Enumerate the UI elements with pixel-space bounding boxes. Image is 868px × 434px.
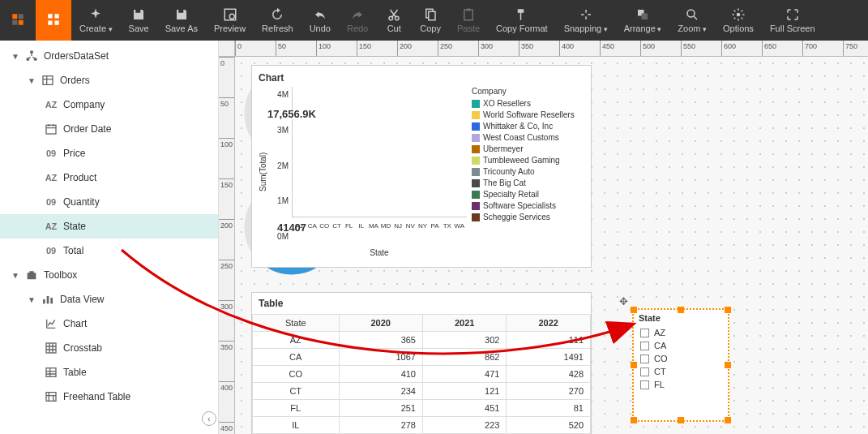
tree-field-state[interactable]: AZState (0, 214, 218, 238)
tree-freehand[interactable]: Freehand Table (0, 385, 218, 409)
tree-field-total[interactable]: 09Total (0, 238, 218, 263)
workspace-button[interactable] (36, 0, 71, 41)
checkbox-icon[interactable] (640, 355, 649, 363)
tree-dataset[interactable]: ▼OrdersDataSet (0, 44, 218, 68)
copy-button[interactable]: Copy (412, 0, 449, 41)
svg-rect-14 (464, 10, 473, 20)
table-row[interactable]: IL278223520 (253, 417, 591, 434)
legend-item: West Coast Customs (472, 133, 584, 142)
date-field-icon (44, 122, 58, 136)
svg-rect-2 (19, 14, 24, 19)
cut-button[interactable]: Cut (376, 0, 412, 41)
table-row[interactable]: CO410471428 (253, 366, 591, 383)
svg-rect-3 (12, 20, 17, 25)
chart-widget[interactable]: Chart Sum(Total) 4M3M2M1M0M AZCACOCTFLIL… (251, 65, 592, 268)
table-row[interactable]: CT234121270 (253, 383, 591, 400)
redo-button[interactable]: Redo (339, 0, 376, 41)
ruler-vertical: 050100150200250300350400450 (219, 57, 235, 434)
gauge-1-value: 17,656.9K (267, 108, 316, 120)
resize-handle[interactable] (678, 307, 684, 313)
text-field-icon: AZ (44, 219, 58, 234)
tree-field-price[interactable]: 09Price (0, 141, 218, 165)
checkbox-icon[interactable] (640, 380, 649, 389)
table-icon (41, 73, 55, 88)
tree-dataview[interactable]: ▼Data View (0, 287, 218, 312)
data-table: State202020212022 AZ365302111CA106786214… (252, 314, 591, 434)
resize-handle[interactable] (725, 307, 731, 313)
checkbox-item[interactable]: FL (634, 378, 728, 391)
arrange-button[interactable]: Arrange (616, 0, 670, 41)
resize-handle[interactable] (678, 417, 684, 423)
number-field-icon: 09 (44, 195, 58, 209)
checkbox-item[interactable]: AZ (634, 326, 728, 339)
svg-rect-4 (48, 14, 52, 18)
resize-handle[interactable] (631, 307, 637, 313)
table-row[interactable]: FL25145181 (253, 400, 591, 417)
paste-button[interactable]: Paste (449, 0, 488, 41)
checkbox-item[interactable]: CT (634, 365, 728, 378)
create-button[interactable]: Create (71, 0, 121, 41)
checkbox-item[interactable]: CO (634, 352, 728, 365)
table-row[interactable]: CA10678621491 (253, 349, 591, 366)
checkbox-icon[interactable] (640, 342, 649, 350)
checkbox-icon[interactable] (640, 329, 649, 337)
legend-item: Software Specialists (472, 201, 584, 210)
move-handle-icon[interactable]: ✥ (619, 295, 628, 307)
fullscreen-button[interactable]: Full Screen (762, 0, 823, 41)
chart-icon (44, 316, 58, 331)
svg-rect-23 (43, 76, 53, 85)
design-canvas[interactable]: 0501001502002503003504004505005506006507… (219, 41, 868, 434)
resize-handle[interactable] (631, 362, 637, 368)
svg-rect-24 (46, 125, 56, 134)
tree-toolbox[interactable]: ▼Toolbox (0, 263, 218, 287)
table-row[interactable]: AZ365302111 (253, 332, 591, 349)
sidebar-tree: ▼OrdersDataSet ▼Orders AZCompany Order D… (0, 41, 219, 434)
snapping-button[interactable]: Snapping (556, 0, 616, 41)
undo-button[interactable]: Undo (301, 0, 339, 41)
options-button[interactable]: Options (715, 0, 762, 41)
svg-rect-15 (467, 9, 471, 11)
tree-table[interactable]: Table (0, 360, 218, 385)
save-button[interactable]: Save (121, 0, 157, 41)
legend-item: The Big Cat (472, 178, 584, 187)
tree-field-company[interactable]: AZCompany (0, 92, 218, 117)
svg-point-9 (229, 14, 234, 19)
resize-handle[interactable] (631, 417, 637, 423)
main-toolbar: Create Save Save As Preview Refresh Undo… (0, 0, 868, 41)
chart-xlabel: State (292, 248, 467, 257)
tree-chart[interactable]: Chart (0, 312, 218, 336)
svg-rect-30 (46, 393, 56, 402)
svg-rect-29 (46, 368, 56, 377)
ruler-horizontal: 0501001502002503003504004505005506006507… (235, 41, 868, 57)
preview-button[interactable]: Preview (206, 0, 254, 41)
tree-field-quantity[interactable]: 09Quantity (0, 190, 218, 214)
number-field-icon: 09 (44, 243, 58, 258)
freehand-icon (44, 389, 58, 404)
svg-rect-13 (429, 11, 435, 20)
saveas-button[interactable]: Save As (157, 0, 206, 41)
tree-crosstab[interactable]: Crosstab (0, 336, 218, 360)
checkbox-icon[interactable] (640, 367, 649, 376)
dataview-icon (41, 292, 55, 307)
resize-handle[interactable] (725, 417, 731, 423)
selection-list-widget[interactable]: ✥ State AZCACOCTFL (632, 308, 729, 422)
refresh-button[interactable]: Refresh (254, 0, 301, 41)
svg-point-18 (687, 10, 695, 17)
zoom-button[interactable]: Zoom (669, 0, 715, 41)
canvas-sheet[interactable]: Chart Sum(Total) 4M3M2M1M0M AZCACOCTFLIL… (235, 57, 868, 434)
svg-rect-17 (641, 14, 648, 20)
logo-icon[interactable] (0, 0, 36, 41)
tree-orders[interactable]: ▼Orders (0, 68, 218, 92)
tree-field-product[interactable]: AZProduct (0, 165, 218, 190)
svg-rect-28 (46, 343, 56, 353)
resize-handle[interactable] (725, 362, 731, 368)
legend-item: Ubermeyer (472, 144, 584, 153)
legend-item: Whittaker & Co, Inc (472, 122, 584, 131)
tree-field-orderdate[interactable]: Order Date (0, 117, 218, 141)
table-widget[interactable]: Table State202020212022 AZ365302111CA106… (251, 292, 592, 434)
copyformat-button[interactable]: Copy Format (488, 0, 556, 41)
text-field-icon: AZ (44, 97, 58, 112)
ruler-corner (219, 41, 235, 57)
checkbox-item[interactable]: CA (634, 339, 728, 352)
collapse-sidebar-button[interactable]: ‹ (202, 411, 216, 426)
